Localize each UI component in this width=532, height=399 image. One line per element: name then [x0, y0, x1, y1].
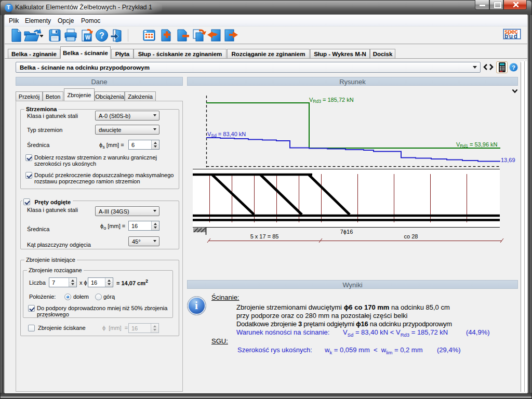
svg-text:W: W — [85, 35, 90, 41]
svg-text:7ϕ16: 7ϕ16 — [340, 229, 353, 235]
svg-text:VRd3 = 185,72 kN: VRd3 = 185,72 kN — [309, 97, 354, 104]
svg-text:co 28: co 28 — [404, 233, 418, 240]
svg-text:VSd = 83,40 kN: VSd = 83,40 kN — [207, 131, 246, 138]
svg-text:5 x 17 = 85: 5 x 17 = 85 — [250, 233, 279, 240]
svg-text:13,69: 13,69 — [501, 157, 515, 163]
svg-text:?: ? — [99, 31, 104, 40]
svg-text:?: ? — [512, 64, 515, 71]
svg-text:VRd1 = 53,96 kN: VRd1 = 53,96 kN — [456, 141, 498, 149]
